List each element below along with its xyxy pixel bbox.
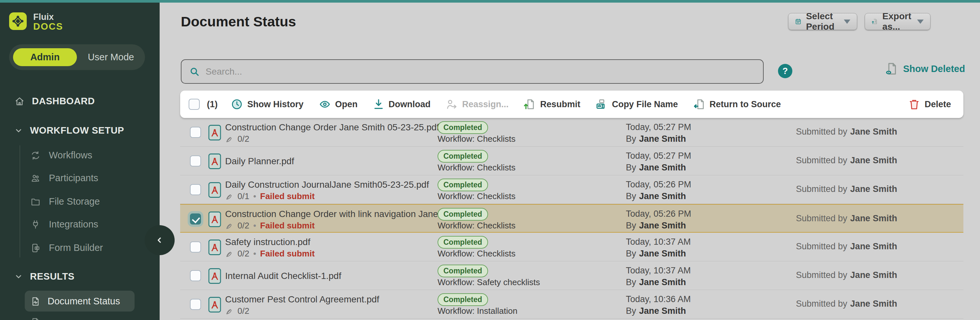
export-as-button[interactable]: Export as... (865, 13, 931, 30)
attempts-line: 0/2 (225, 306, 249, 316)
pdf-file-icon (208, 297, 221, 312)
sidebar-item-form-builder[interactable]: Form Builder (30, 242, 103, 253)
sidebar-item-file-storage[interactable]: File Storage (30, 196, 100, 207)
pdf-file-icon (208, 268, 221, 284)
sidebar-item-participants[interactable]: Participants (30, 173, 99, 183)
help-button[interactable]: ? (778, 64, 792, 78)
by-prefix: By (626, 191, 636, 201)
table-row[interactable]: Safety instruction.pdf 0/2 • Failed subm… (180, 232, 963, 261)
download-label: Download (389, 99, 431, 110)
attempts-count: 0/2 (237, 248, 249, 259)
workflow-label: Workflow: Checklists (438, 248, 515, 259)
bullet: • (253, 221, 256, 231)
user-mode-button[interactable]: User Mode (77, 52, 145, 62)
fluix-logo-icon (9, 13, 27, 30)
sidebar-item-workflows[interactable]: Workflows (30, 150, 92, 161)
submitted-column: Submitted byJane Smith (796, 270, 897, 280)
time-column: Today, 10:36 AM ByJane Smith (626, 293, 691, 317)
submitted-name: Jane Smith (850, 156, 897, 165)
file-name: Construction Change Order Jane Smith 05-… (225, 122, 439, 133)
sidebar-collapse-button[interactable] (145, 225, 175, 255)
plug-icon (30, 220, 40, 229)
submitted-prefix: Submitted by (796, 299, 847, 309)
brand-name: Fluix (33, 13, 63, 22)
failed-submit-label: Failed submit (260, 248, 315, 259)
by-name: Jane Smith (639, 306, 686, 316)
row-checkbox[interactable] (190, 156, 201, 167)
delete-button[interactable]: Delete (908, 98, 951, 110)
copy-file-name-button[interactable]: Copy File Name (595, 98, 678, 110)
row-checkbox-checked[interactable] (190, 213, 201, 224)
export-as-label: Export as... (882, 11, 911, 32)
row-checkbox[interactable] (190, 184, 201, 195)
submitted-name: Jane Smith (850, 242, 897, 251)
calendar-icon (795, 16, 802, 27)
show-history-label: Show History (247, 99, 304, 110)
table-row[interactable]: Internal Audit Checklist-1.pdf Completed… (180, 261, 963, 290)
row-checkbox[interactable] (190, 242, 201, 253)
question-mark: ? (783, 66, 788, 76)
table-row[interactable]: Customer Pest Control Agreement.pdf 0/2 … (180, 290, 963, 319)
time-column: Today, 10:37 AM ByJane Smith (626, 264, 691, 288)
open-label: Open (335, 99, 358, 110)
workflow-label: Workflow: Installation (438, 306, 517, 316)
sidebar-item-partial[interactable] (30, 317, 40, 320)
results-label: RESULTS (30, 271, 75, 282)
workflow-label: Workflow: Checklists (438, 134, 515, 144)
time-column: Today, 05:27 PM ByJane Smith (626, 150, 691, 174)
table-row[interactable]: Daily Construction JournalJane Smith05-2… (180, 175, 963, 204)
show-deleted-button[interactable]: Show Deleted (885, 62, 965, 76)
download-button[interactable]: Download (373, 99, 431, 110)
document-icon (30, 317, 40, 320)
select-period-button[interactable]: Select Period (788, 13, 857, 30)
row-checkbox[interactable] (190, 299, 201, 310)
file-storage-label: File Storage (49, 196, 100, 207)
by-name: Jane Smith (639, 221, 686, 230)
form-builder-icon (30, 243, 40, 253)
submitted-column: Submitted byJane Smith (796, 299, 897, 309)
reassign-label: Reassign... (462, 99, 509, 110)
quill-icon (225, 307, 234, 315)
submitted-column: Submitted byJane Smith (796, 184, 897, 194)
search-input[interactable] (205, 66, 755, 77)
selected-count: (1) (207, 99, 218, 110)
show-history-button[interactable]: Show History (231, 98, 304, 110)
search-bar[interactable] (181, 59, 764, 84)
attempts-count: 0/2 (237, 134, 249, 144)
sidebar-section-workflow-setup[interactable]: WORKFLOW SETUP (14, 125, 124, 136)
table-row-selected[interactable]: Construction Change Order with link navi… (180, 204, 963, 232)
form-builder-label: Form Builder (49, 242, 103, 253)
by-name: Jane Smith (639, 191, 686, 201)
admin-mode-button[interactable]: Admin (13, 48, 77, 66)
sidebar-item-document-status[interactable]: Document Status (30, 296, 120, 307)
by-prefix: By (626, 221, 636, 230)
pdf-file-icon (208, 125, 221, 140)
sidebar-section-results[interactable]: RESULTS (14, 271, 75, 282)
table-row[interactable]: Construction Change Order Jane Smith 05-… (180, 118, 963, 146)
row-checkbox[interactable] (190, 270, 201, 281)
chevron-down-icon (14, 126, 23, 135)
select-all-checkbox[interactable] (189, 99, 200, 110)
table-row[interactable]: Daily Planner.pdf Completed Workflow: Ch… (180, 146, 963, 175)
resubmit-button[interactable]: Resubmit (523, 98, 580, 110)
workflow-label: Workflow: Checklists (438, 162, 515, 173)
quill-icon (225, 192, 234, 201)
reassign-button[interactable]: Reassign... (446, 98, 509, 110)
sidebar-indent-line (19, 145, 20, 258)
return-to-source-button[interactable]: Return to Source (693, 98, 781, 110)
open-button[interactable]: Open (319, 98, 358, 110)
row-checkbox[interactable] (190, 127, 201, 138)
clock-icon (231, 98, 243, 110)
sidebar-item-integrations[interactable]: Integrations (30, 219, 99, 230)
search-icon (189, 67, 200, 77)
pdf-file-icon (208, 212, 221, 227)
mode-toggle[interactable]: Admin User Mode (9, 44, 145, 70)
submitted-prefix: Submitted by (796, 184, 847, 194)
sidebar-item-dashboard[interactable]: DASHBOARD (14, 96, 95, 107)
caret-down-icon (917, 19, 924, 24)
submitted-column: Submitted byJane Smith (796, 213, 897, 224)
file-name: Internal Audit Checklist-1.pdf (225, 271, 341, 281)
submit-time: Today, 05:26 PM (626, 209, 691, 219)
by-name: Jane Smith (639, 134, 686, 144)
submit-time: Today, 05:27 PM (626, 122, 691, 132)
